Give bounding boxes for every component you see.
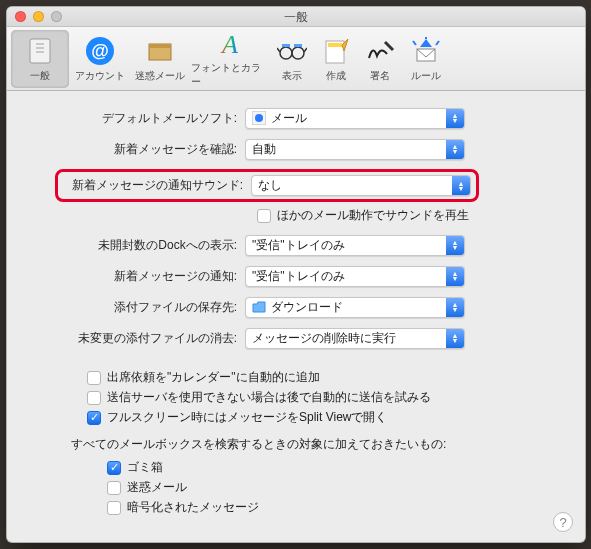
select-save[interactable]: ダウンロード ▲▼ xyxy=(245,297,465,318)
chevron-updown-icon: ▲▼ xyxy=(446,140,464,159)
select-value: 自動 xyxy=(252,141,276,158)
tab-label: 迷惑メール xyxy=(135,69,185,83)
close-button[interactable] xyxy=(15,11,26,22)
tab-general[interactable]: 一般 xyxy=(11,30,69,88)
label-other-sounds: ほかのメール動作でサウンドを再生 xyxy=(277,207,469,224)
chevron-updown-icon: ▲▼ xyxy=(446,329,464,348)
svg-text:A: A xyxy=(220,30,238,59)
tab-viewing[interactable]: 表示 xyxy=(271,30,313,88)
stamp-icon xyxy=(252,111,266,125)
tab-label: アカウント xyxy=(75,69,125,83)
svg-point-10 xyxy=(292,47,304,59)
chevron-updown-icon: ▲▼ xyxy=(446,109,464,128)
select-notify[interactable]: "受信"トレイのみ ▲▼ xyxy=(245,266,465,287)
tab-label: 一般 xyxy=(30,69,50,83)
label-search-junk: 迷惑メール xyxy=(127,479,187,496)
tab-junk[interactable]: 迷惑メール xyxy=(131,30,189,88)
select-default-app[interactable]: メール ▲▼ xyxy=(245,108,465,129)
select-purge[interactable]: メッセージの削除時に実行 ▲▼ xyxy=(245,328,465,349)
select-value: なし xyxy=(258,177,282,194)
chevron-updown-icon: ▲▼ xyxy=(446,298,464,317)
svg-point-18 xyxy=(255,114,263,122)
help-button[interactable]: ? xyxy=(553,512,573,532)
select-value: "受信"トレイのみ xyxy=(252,268,345,285)
label-default-app: デフォルトメールソフト: xyxy=(25,110,245,127)
junk-icon xyxy=(144,35,176,67)
tab-fonts[interactable]: A フォントとカラー xyxy=(191,30,269,88)
glasses-icon xyxy=(276,35,308,67)
label-calendar: 出席依頼を"カレンダー"に自動的に追加 xyxy=(107,369,320,386)
svg-rect-1 xyxy=(36,43,44,45)
checkbox-split-view[interactable]: ✓ xyxy=(87,411,101,425)
label-search-trash: ゴミ箱 xyxy=(127,459,163,476)
svg-rect-7 xyxy=(149,44,171,48)
traffic-lights xyxy=(15,11,62,22)
svg-rect-15 xyxy=(328,43,342,47)
fonts-icon: A xyxy=(214,29,246,59)
preferences-window: 一般 一般 @ アカウント 迷惑メール A フォントとカラー xyxy=(6,6,586,543)
label-split-view: フルスクリーン時にはメッセージをSplit Viewで開く xyxy=(107,409,387,426)
zoom-button[interactable] xyxy=(51,11,62,22)
label-notify: 新着メッセージの通知: xyxy=(25,268,245,285)
checkbox-retry-send[interactable] xyxy=(87,391,101,405)
checkbox-search-trash[interactable]: ✓ xyxy=(107,461,121,475)
select-value: メール xyxy=(271,110,307,127)
chevron-updown-icon: ▲▼ xyxy=(446,267,464,286)
general-icon xyxy=(24,35,56,67)
label-purge: 未変更の添付ファイルの消去: xyxy=(25,330,245,347)
svg-rect-13 xyxy=(294,44,302,47)
label-retry-send: 送信サーバを使用できない場合は後で自動的に送信を試みる xyxy=(107,389,431,406)
preferences-toolbar: 一般 @ アカウント 迷惑メール A フォントとカラー 表示 xyxy=(7,27,585,91)
select-value: メッセージの削除時に実行 xyxy=(252,330,396,347)
chevron-updown-icon: ▲▼ xyxy=(452,176,470,195)
svg-rect-3 xyxy=(36,51,44,53)
signature-icon xyxy=(364,35,396,67)
search-heading: すべてのメールボックスを検索するときの対象に加えておきたいもの: xyxy=(71,436,567,453)
tab-label: 表示 xyxy=(282,69,302,83)
tab-rules[interactable]: ルール xyxy=(403,30,449,88)
select-check-new[interactable]: 自動 ▲▼ xyxy=(245,139,465,160)
chevron-updown-icon: ▲▼ xyxy=(446,236,464,255)
label-sound: 新着メッセージの通知サウンド: xyxy=(61,177,251,194)
select-value: ダウンロード xyxy=(271,299,343,316)
tab-composing[interactable]: 作成 xyxy=(315,30,357,88)
window-title: 一般 xyxy=(284,10,308,24)
content: デフォルトメールソフト: メール ▲▼ 新着メッセージを確認: 自動 ▲▼ xyxy=(7,91,585,529)
label-save: 添付ファイルの保存先: xyxy=(25,299,245,316)
rules-icon xyxy=(410,35,442,67)
titlebar: 一般 xyxy=(7,7,585,27)
svg-point-9 xyxy=(280,47,292,59)
tab-accounts[interactable]: @ アカウント xyxy=(71,30,129,88)
checkbox-other-sounds[interactable] xyxy=(257,209,271,223)
label-check-new: 新着メッセージを確認: xyxy=(25,141,245,158)
svg-rect-2 xyxy=(36,47,44,49)
checkbox-search-junk[interactable] xyxy=(107,481,121,495)
minimize-button[interactable] xyxy=(33,11,44,22)
label-search-encrypted: 暗号化されたメッセージ xyxy=(127,499,259,516)
tab-label: フォントとカラー xyxy=(191,61,269,89)
select-value: "受信"トレイのみ xyxy=(252,237,345,254)
checkbox-search-encrypted[interactable] xyxy=(107,501,121,515)
select-sound[interactable]: なし ▲▼ xyxy=(251,175,471,196)
tab-label: 署名 xyxy=(370,69,390,83)
svg-rect-12 xyxy=(282,44,290,47)
tab-label: 作成 xyxy=(326,69,346,83)
label-dock: 未開封数のDockへの表示: xyxy=(25,237,245,254)
folder-icon xyxy=(252,300,266,314)
at-icon: @ xyxy=(84,35,116,67)
compose-icon xyxy=(320,35,352,67)
tab-label: ルール xyxy=(411,69,441,83)
tab-signatures[interactable]: 署名 xyxy=(359,30,401,88)
select-dock[interactable]: "受信"トレイのみ ▲▼ xyxy=(245,235,465,256)
svg-text:@: @ xyxy=(91,41,109,61)
checkbox-calendar[interactable] xyxy=(87,371,101,385)
